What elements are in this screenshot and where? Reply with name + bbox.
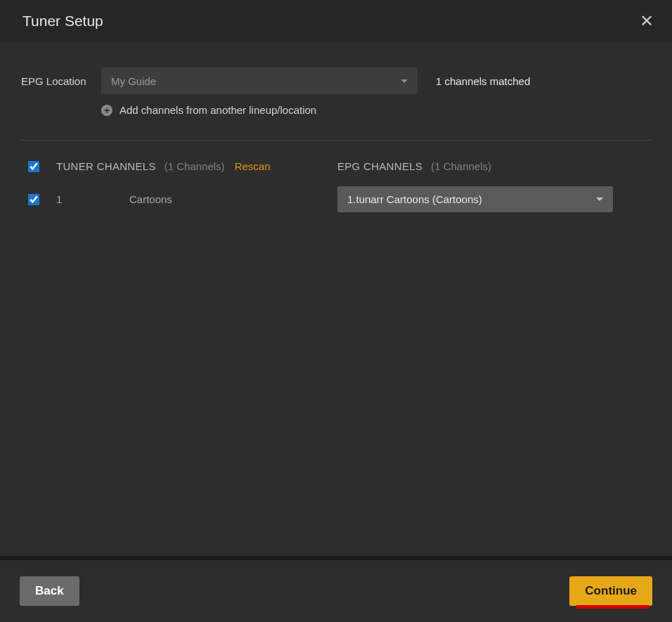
chevron-down-icon — [596, 197, 603, 201]
epg-location-select[interactable]: My Guide — [101, 67, 418, 94]
divider — [21, 140, 651, 141]
channel-left: 1 Cartoons — [21, 193, 337, 205]
chevron-down-icon — [401, 79, 408, 83]
tuner-channels-count: (1 Channels) — [164, 160, 225, 172]
plus-icon: + — [101, 105, 112, 116]
add-lineup-link[interactable]: + Add channels from another lineup/locat… — [101, 104, 651, 116]
channel-name: Cartoons — [129, 193, 172, 205]
back-button[interactable]: Back — [20, 576, 79, 606]
epg-match-select-wrap: 1.tunarr Cartoons (Cartoons) — [337, 186, 613, 212]
epg-match-select[interactable]: 1.tunarr Cartoons (Cartoons) — [337, 186, 613, 212]
dialog-header: Tuner Setup ✕ — [0, 0, 672, 42]
channel-checkbox[interactable] — [28, 194, 39, 205]
continue-button-label: Continue — [585, 584, 637, 597]
columns-header: TUNER CHANNELS (1 Channels) Rescan EPG C… — [21, 160, 651, 172]
epg-location-select-wrap: My Guide — [101, 67, 418, 94]
dialog-body: EPG Location My Guide 1 channels matched… — [0, 42, 672, 556]
epg-channels-count: (1 Channels) — [431, 160, 491, 172]
epg-location-row: EPG Location My Guide 1 channels matched — [21, 67, 651, 94]
select-all-checkbox[interactable] — [28, 161, 39, 172]
highlight-underline — [576, 605, 650, 609]
rescan-link[interactable]: Rescan — [235, 160, 271, 172]
epg-match-value: 1.tunarr Cartoons (Cartoons) — [347, 193, 482, 205]
epg-location-label: EPG Location — [21, 75, 89, 87]
channel-number: 1 — [56, 193, 129, 205]
dialog-title: Tuner Setup — [22, 13, 103, 30]
epg-location-selected-value: My Guide — [111, 75, 156, 87]
continue-button[interactable]: Continue — [569, 576, 652, 606]
dialog-footer: Back Continue — [0, 560, 672, 622]
epg-channels-heading: EPG CHANNELS — [337, 160, 422, 172]
channel-row: 1 Cartoons 1.tunarr Cartoons (Cartoons) — [21, 186, 651, 212]
channels-matched-text: 1 channels matched — [436, 75, 530, 87]
close-icon[interactable]: ✕ — [640, 13, 654, 30]
tuner-channels-header: TUNER CHANNELS (1 Channels) Rescan — [21, 160, 337, 172]
epg-channels-header: EPG CHANNELS (1 Channels) — [337, 160, 491, 172]
tuner-channels-heading: TUNER CHANNELS — [56, 160, 156, 172]
add-lineup-label: Add channels from another lineup/locatio… — [119, 104, 316, 116]
